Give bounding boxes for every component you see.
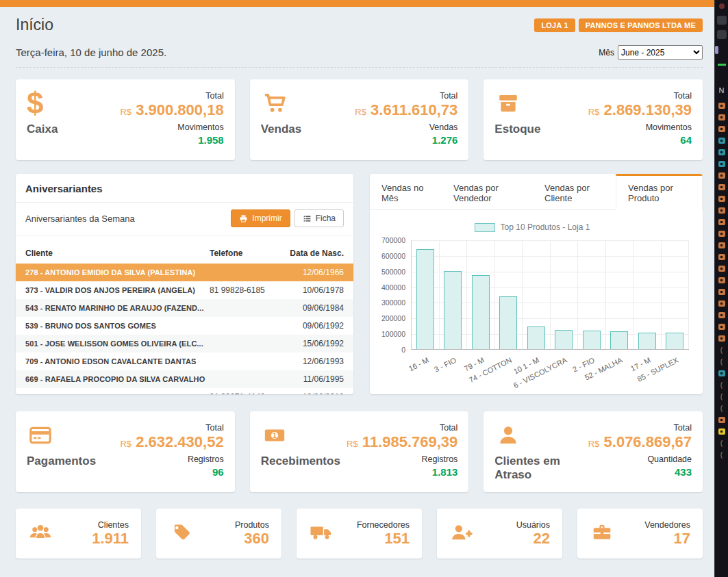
bar-chart-plot: 16 - M3 - FIO79 - M74 - COTTON10 1 - M6 … xyxy=(411,240,689,350)
pagamentos-card: Pagamentos Total R$ 2.632.430,52 Registr… xyxy=(16,411,235,492)
y-tick-label: 600000 xyxy=(381,252,405,260)
money-bill-icon: 1 xyxy=(261,422,288,449)
strip-glyph xyxy=(718,254,725,260)
strip-glyph xyxy=(718,300,725,307)
box-icon xyxy=(494,90,522,117)
birthdays-title: Aniversariantes xyxy=(16,174,353,203)
bar xyxy=(666,333,683,349)
produtos-label: Produtos xyxy=(235,520,269,530)
strip-glyph xyxy=(718,114,725,120)
legend-label: Top 10 Produtos - Loja 1 xyxy=(501,222,590,232)
vendedores-value: 17 xyxy=(644,530,690,547)
strip-glyph: ( xyxy=(720,359,723,365)
strip-glyph xyxy=(715,46,718,54)
chart-cells: 16 - M3 - FIO79 - M74 - COTTON10 1 - M6 … xyxy=(412,240,689,349)
strip-glyph xyxy=(718,161,725,167)
chart-y-axis: 0100000200000300000400000500000600000700… xyxy=(375,240,411,350)
fornecedores-card: Fornecedores 151 xyxy=(297,509,422,559)
table-row[interactable]: 669 - RAFAELA PROCOPIO DA SILVA CARVALHO… xyxy=(16,370,353,388)
estoque-card: Estoque Total R$ 2.869.130,39 Movimentos… xyxy=(484,79,703,160)
month-select[interactable]: June - 2025 xyxy=(618,45,703,60)
page-header: Início LOJA 1 PANNOS E PANNOS LTDA ME xyxy=(16,16,703,34)
vendas-count-label: Vendas xyxy=(355,123,457,132)
tab-vendas-por-cliente[interactable]: Vendas por Cliente xyxy=(533,174,616,209)
strip-glyph xyxy=(718,196,725,202)
chart-bar-cell: 2 - FIO xyxy=(578,240,606,349)
users-icon xyxy=(28,522,53,546)
top-accent-bar xyxy=(0,0,714,7)
bar xyxy=(610,331,628,349)
y-tick-label: 100000 xyxy=(381,330,405,338)
top-stats-row: $ Caixa Total R$ 3.900.800,18 Movimentos… xyxy=(16,79,703,160)
tab-vendas-por-vendedor[interactable]: Vendas por Vendedor xyxy=(442,174,533,209)
strip-glyph xyxy=(718,149,725,155)
y-tick-label: 300000 xyxy=(381,298,405,307)
table-row[interactable]: 543 - RENATO MARINHO DE ARAUJO (FAZEND..… xyxy=(16,299,353,317)
store-button[interactable]: LOJA 1 xyxy=(534,18,575,32)
strip-glyph: ( xyxy=(720,452,723,458)
strip-glyph xyxy=(718,428,725,435)
recebimentos-total-value: R$ 11.985.769,39 xyxy=(347,433,457,453)
caixa-total-value: R$ 3.900.800,18 xyxy=(120,101,223,121)
legend-swatch xyxy=(475,223,495,232)
clientes-atraso-label: Clientes em Atraso xyxy=(494,454,588,482)
strip-glyph xyxy=(718,103,725,109)
chart-bar-cell: 85 - SUPLEX xyxy=(662,240,690,349)
table-row[interactable]: 278 - ANTONIO EMIDIO DA SILVA (PALESTINA… xyxy=(16,264,353,281)
company-button[interactable]: PANNOS E PANNOS LTDA ME xyxy=(579,18,703,32)
bar-chart: Top 10 Produtos - Loja 1 010000020000030… xyxy=(370,210,703,391)
bar xyxy=(416,249,434,350)
pagamentos-total-value: R$ 2.632.430,52 xyxy=(120,433,223,453)
bar xyxy=(583,331,601,349)
clientes-atraso-total-value: R$ 5.076.869,67 xyxy=(588,433,692,453)
total-label: Total xyxy=(588,91,692,101)
y-tick-label: 200000 xyxy=(381,314,405,322)
strip-glyph xyxy=(718,289,725,295)
clientes-card: Clientes 1.911 xyxy=(16,509,141,559)
clientes-value: 1.911 xyxy=(92,530,129,547)
bar xyxy=(527,326,545,349)
produtos-card: Produtos 360 xyxy=(156,509,281,559)
strip-glyph xyxy=(718,335,725,342)
strip-glyph: ( xyxy=(720,405,723,411)
table-row[interactable]: 501 - JOSE WELISSON GOMES OLIVEIRA (ELC.… xyxy=(16,335,353,352)
usuarios-value: 22 xyxy=(516,530,550,547)
background-window-strip: N((((((( xyxy=(714,0,728,577)
truck-icon xyxy=(309,522,334,546)
birthdays-table: 278 - ANTONIO EMIDIO DA SILVA (PALESTINA… xyxy=(16,264,353,394)
mini-cards-row: Clientes 1.911 Produtos 360 Fornecedor xyxy=(16,509,703,559)
month-label: Mês xyxy=(599,48,614,57)
fornecedores-value: 151 xyxy=(357,530,410,547)
credit-card-icon xyxy=(27,422,54,449)
total-label: Total xyxy=(120,91,223,101)
recebimentos-count-value: 1.813 xyxy=(347,466,457,478)
bar xyxy=(472,275,490,349)
strip-glyph xyxy=(718,266,725,272)
birthdays-panel: Aniversariantes Aniversariantes da Seman… xyxy=(16,174,353,394)
y-tick-label: 700000 xyxy=(381,236,405,244)
table-row[interactable]: 309 - ANA SEVERINA PAES DA SILVA81 99671… xyxy=(16,388,353,394)
pagamentos-count-value: 96 xyxy=(120,466,223,478)
estoque-count-value: 64 xyxy=(588,134,692,146)
total-label: Total xyxy=(347,423,457,433)
table-row[interactable]: 373 - VALDIR DOS ANJOS PEREIRA (ANGELA)8… xyxy=(16,281,353,299)
table-row[interactable]: 709 - ANTONIO EDSON CAVALCANTE DANTAS12/… xyxy=(16,352,353,370)
estoque-count-label: Movimentos xyxy=(588,123,692,132)
print-button[interactable]: Imprimir xyxy=(231,209,290,227)
pagamentos-label: Pagamentos xyxy=(27,454,96,468)
strip-glyph xyxy=(718,64,726,66)
caixa-card: $ Caixa Total R$ 3.900.800,18 Movimentos… xyxy=(16,79,235,160)
tab-vendas-por-produto[interactable]: Vendas por Produto xyxy=(616,174,703,210)
page-title: Início xyxy=(16,16,53,34)
briefcase-icon xyxy=(590,522,614,546)
estoque-label: Estoque xyxy=(494,123,540,136)
vendedores-label: Vendedores xyxy=(644,520,690,530)
birthdays-table-header: Cliente Telefone Data de Nasc. xyxy=(16,242,353,264)
strip-glyph xyxy=(718,417,725,423)
strip-glyph xyxy=(718,219,725,225)
tab-vendas-no-mes[interactable]: Vendas no Mês xyxy=(370,174,442,209)
ficha-button[interactable]: Ficha xyxy=(294,209,344,227)
strip-glyph xyxy=(717,30,727,39)
table-row[interactable]: 539 - BRUNO DOS SANTOS GOMES09/06/1992 xyxy=(16,317,353,335)
fornecedores-label: Fornecedores xyxy=(357,520,410,530)
